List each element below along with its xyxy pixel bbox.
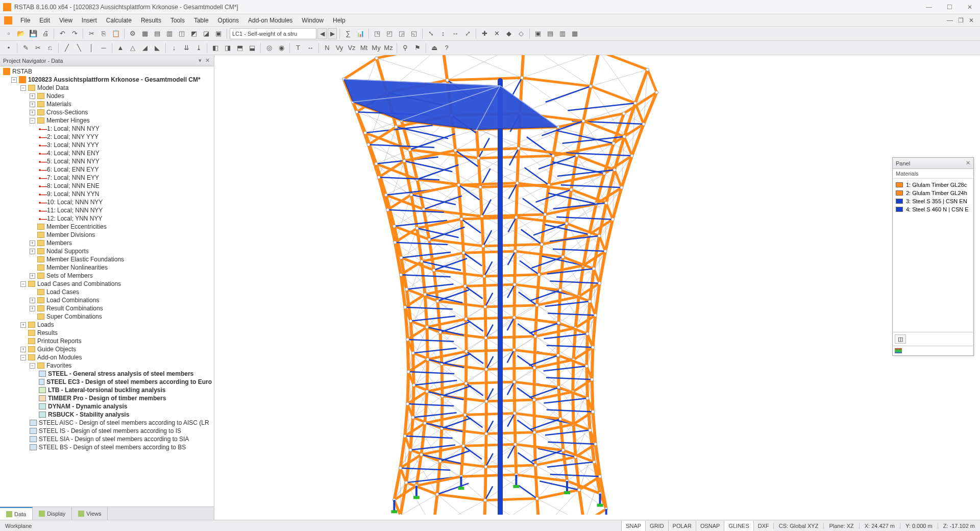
navigator-pin-icon[interactable]: ▾ [197,57,204,64]
v-icon[interactable]: Vz [346,42,357,54]
result-icon[interactable]: 📊 [355,28,366,39]
misc2-icon[interactable]: ◉ [276,42,287,54]
menu-window[interactable]: Window [298,16,328,25]
tree-item[interactable]: +Cross-Sections [0,108,214,116]
tree-addon-item[interactable]: STEEL SIA - Design of steel members acco… [0,435,214,443]
dxf-toggle[interactable]: DXF [753,521,773,531]
iso-icon[interactable]: ◨ [222,42,233,54]
mdi-minimize[interactable]: — [945,17,955,24]
tree-root-app[interactable]: RSTAB [0,67,214,76]
menu-options[interactable]: Options [214,16,243,25]
cut-icon[interactable]: ✂ [86,28,97,39]
tree-item[interactable]: +Sets of Members [0,272,214,280]
menu-table[interactable]: Table [190,16,213,25]
sup-icon[interactable]: ◢ [139,42,151,54]
grid-toggle[interactable]: GRID [645,521,668,531]
edit-icon[interactable]: ✂ [32,42,43,54]
tree-item[interactable]: +Nodes [0,92,214,100]
misc-icon[interactable]: ✕ [491,28,502,39]
edit-icon[interactable]: ✎ [20,42,31,54]
tree-item[interactable]: +Nodal Supports [0,247,214,255]
collapse-icon[interactable]: − [20,85,26,91]
v-icon[interactable]: Vy [334,42,345,54]
iso-icon[interactable]: ◧ [210,42,221,54]
member-icon[interactable]: ╲ [74,42,85,54]
snap-toggle[interactable]: SNAP [621,521,645,531]
tab-data[interactable]: Data [0,507,33,520]
collapse-icon[interactable]: − [30,363,35,369]
node-icon[interactable]: • [3,42,14,54]
paste-icon[interactable]: 📋 [110,28,121,39]
member-icon[interactable]: ─ [98,42,109,54]
undo-icon[interactable]: ↶ [57,28,68,39]
panel-close-icon[interactable]: ✕ [966,160,970,166]
panel-transparency-icon[interactable]: ◫ [895,334,906,344]
misc-icon[interactable]: ▣ [532,28,544,39]
tree-addon-item[interactable]: STEEL AISC - Design of steel members acc… [0,419,214,427]
tree-item[interactable]: Member Eccentricities [0,223,214,231]
panel-header[interactable]: Panel ✕ [893,158,973,169]
tree-favorites[interactable]: −Favorites [0,361,214,370]
load-icon[interactable]: ⤓ [193,42,204,54]
tree-hinge[interactable]: 6: Local; ENN EYY [0,165,214,174]
expand-icon[interactable]: + [30,273,35,279]
help-icon[interactable]: ? [441,42,452,54]
load-case-selector[interactable]: LC1 - Self-weight of a stru [230,28,316,39]
text-icon[interactable]: T [292,42,304,54]
legend-item[interactable]: 3: Steel S 355 | CSN EN [895,197,971,205]
member-icon[interactable]: ╱ [61,42,72,54]
load-icon[interactable]: ⇊ [181,42,192,54]
axis-icon[interactable]: ↔ [450,28,461,39]
tree-fav-item[interactable]: DYNAM - Dynamic analysis [0,402,214,411]
m-icon[interactable]: Mz [383,42,394,54]
tree-member-hinges[interactable]: −Member Hinges [0,116,214,125]
tree-item[interactable]: Member Nonlinearities [0,263,214,272]
tree-item[interactable]: Member Divisions [0,231,214,239]
tree-addon-item[interactable]: STEEL IS - Design of steel members accor… [0,427,214,435]
tree-item[interactable]: +Load Combinations [0,296,214,304]
member-icon[interactable]: │ [86,42,97,54]
lc-prev-icon[interactable]: ◀ [317,28,327,39]
close-button[interactable]: ✕ [963,4,977,11]
maximize-button[interactable]: ☐ [942,4,957,11]
tool-icon[interactable]: ▤ [152,28,163,39]
mdi-close[interactable]: ✕ [967,17,976,24]
expand-icon[interactable]: + [30,306,35,311]
tree-hinge[interactable]: 2: Local; NNY YYY [0,133,214,141]
menu-addon[interactable]: Add-on Modules [244,16,297,25]
model-viewport[interactable]: Panel ✕ Materials 1: Glulam Timber GL28c… [214,55,980,520]
menu-tools[interactable]: Tools [166,16,189,25]
misc-icon[interactable]: ▤ [545,28,556,39]
panel-colors-icon[interactable] [895,348,902,353]
tool-icon[interactable]: ◫ [176,28,187,39]
open-icon[interactable]: 📂 [15,28,27,39]
tree-hinge[interactable]: 10: Local; NNN NYY [0,198,214,206]
expand-icon[interactable]: + [30,249,35,254]
expand-icon[interactable]: + [30,110,35,115]
tree-fav-item[interactable]: RSBUCK - Stability analysis [0,411,214,419]
expand-icon[interactable]: + [30,298,35,303]
collapse-icon[interactable]: − [30,118,35,124]
dim-icon[interactable]: ↔ [305,42,316,54]
tree-hinge[interactable]: 7: Local; NNN EYY [0,174,214,182]
filter-icon[interactable]: ⚑ [412,42,423,54]
osnap-toggle[interactable]: OSNAP [696,521,724,531]
navigator-close-icon[interactable]: ✕ [204,57,211,64]
misc-icon[interactable]: ✚ [479,28,490,39]
tree-item[interactable]: Printout Reports [0,337,214,345]
tool-icon[interactable]: ◪ [201,28,212,39]
view-icon[interactable]: ◱ [408,28,420,39]
view-icon[interactable]: ◳ [372,28,383,39]
tree-hinge[interactable]: 11: Local; NNN NYY [0,206,214,214]
view-icon[interactable]: ◲ [396,28,407,39]
tree-addon-item[interactable]: STEEL BS - Design of steel members accor… [0,443,214,451]
lc-next-icon[interactable]: ▶ [328,28,337,39]
exit-icon[interactable]: ⏏ [429,42,440,54]
legend-item[interactable]: 2: Glulam Timber GL24h [895,189,971,197]
tree-item[interactable]: Results [0,329,214,337]
tree-hinge[interactable]: 3: Local; NNN YYY [0,141,214,149]
tree-hinge[interactable]: 4: Local; NNN ENY [0,149,214,157]
tree-item[interactable]: Super Combinations [0,312,214,321]
misc-icon[interactable]: ▦ [569,28,580,39]
tree-item[interactable]: +Loads [0,321,214,329]
